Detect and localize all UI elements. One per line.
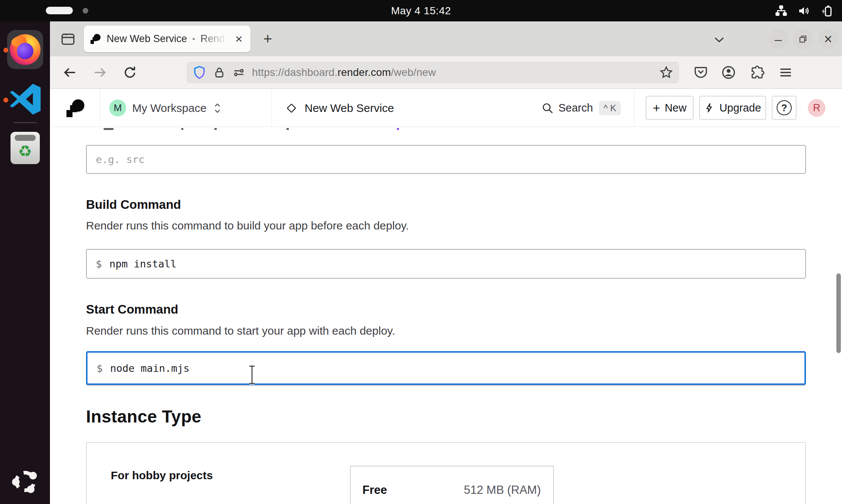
page-title: New Web Service [305,102,394,115]
root-directory-input[interactable] [86,145,806,174]
vscode-running-dot [3,98,8,103]
minimize-button[interactable]: – [768,29,788,49]
instance-type-panel: For hobby projects Free 512 MB (RAM) [86,442,806,504]
ubuntu-icon [10,466,40,496]
search-icon [541,102,554,115]
volume-icon[interactable] [797,4,810,18]
clipped-text-fragment [287,128,289,130]
clipped-text-fragment [397,128,399,130]
tab-new-web-service[interactable]: New Web Service • Rend × [84,26,250,52]
lock-icon[interactable] [212,65,226,80]
chevron-up-down-icon [212,102,223,115]
system-status-icons[interactable] [774,0,834,21]
show-apps-button[interactable] [0,466,50,496]
firefox-running-dot [3,48,8,53]
question-icon: ? [777,100,792,115]
dock-separator [14,122,37,123]
prompt-dollar: $ [96,258,102,270]
back-icon[interactable] [62,65,78,80]
start-command-field[interactable]: $ [86,351,806,385]
start-command-title: Start Command [86,302,178,317]
build-command-description: Render runs this command to build your a… [86,219,409,232]
workspace-avatar: M [109,100,126,116]
page-content: Build Command Render runs this command t… [50,127,842,504]
workspace-name: My Workspace [132,102,207,115]
firefox-icon [10,34,41,65]
permissions-icon[interactable] [232,65,246,80]
forward-icon[interactable] [92,65,108,80]
tab-bar: New Web Service • Rend × + – × [50,21,842,56]
clipped-text-fragment [104,128,113,130]
new-button[interactable]: + New [646,96,694,120]
ibeam-cursor [248,365,256,385]
desktop: May 4 15:42 [0,0,842,504]
help-button[interactable]: ? [772,96,797,120]
prompt-dollar: $ [97,362,103,374]
search-shortcut-badge: ^ K [599,101,621,115]
instance-ram: 512 MB (RAM) [464,483,541,497]
search-button[interactable]: Search ^ K [541,89,621,127]
clock[interactable]: May 4 15:42 [0,0,842,21]
page-title-group: New Web Service [285,89,394,127]
build-command-input[interactable] [109,258,796,270]
start-command-input[interactable] [110,362,795,374]
header-divider [100,89,100,127]
bookmark-star-icon[interactable] [659,65,674,80]
build-command-field[interactable]: $ [86,249,806,279]
close-button[interactable]: × [818,29,838,49]
plus-icon: + [653,101,660,115]
tab-close-icon[interactable]: × [231,31,247,47]
scrollbar-thumb[interactable] [836,273,841,353]
clipped-text-fragment [214,128,217,130]
trash-icon: ♻ [11,132,40,164]
dock: ♻ [0,21,50,504]
network-icon[interactable] [774,4,788,18]
reload-icon[interactable] [122,65,138,80]
firefox-view-icon[interactable] [58,31,78,47]
header-divider [272,89,272,127]
pocket-icon[interactable] [693,65,709,80]
diamond-icon [285,102,298,115]
instance-type-title: Instance Type [86,406,201,427]
workspace-switcher[interactable]: M My Workspace [109,89,223,127]
navigation-toolbar: https://dashboard.render.com/web/new [50,56,842,89]
lightning-icon [704,103,715,113]
dock-item-trash[interactable]: ♻ [0,132,50,164]
build-command-title: Build Command [86,198,181,212]
system-top-bar: May 4 15:42 [0,0,842,21]
url-bar[interactable]: https://dashboard.render.com/web/new [187,62,679,83]
battery-charging-icon[interactable] [819,4,834,18]
list-tabs-chevron-icon[interactable] [712,32,727,47]
render-logo[interactable] [66,89,85,127]
upgrade-button[interactable]: Upgrade [699,96,766,120]
new-tab-button[interactable]: + [259,30,277,48]
tab-title: New Web Service • Rend [107,33,231,45]
tracking-shield-icon[interactable] [192,65,207,80]
extensions-puzzle-icon[interactable] [749,65,765,80]
instance-card-free[interactable]: Free 512 MB (RAM) [350,466,554,504]
url-text[interactable]: https://dashboard.render.com/web/new [252,66,436,78]
restore-button[interactable] [793,29,813,49]
menu-hamburger-icon[interactable] [778,65,794,80]
hobby-projects-label: For hobby projects [111,469,213,482]
instance-name: Free [362,483,387,497]
render-favicon [91,34,101,44]
user-avatar[interactable]: R [808,99,825,117]
render-header: M My Workspace New Web Service Search ^ … [50,89,842,127]
header-divider [634,89,634,127]
firefox-window: New Web Service • Rend × + – × [50,21,842,504]
firefox-active-tile[interactable] [7,30,43,69]
clipped-text-fragment [181,128,183,130]
vscode-icon [8,81,43,117]
start-command-description: Render runs this command to start your a… [86,324,395,337]
